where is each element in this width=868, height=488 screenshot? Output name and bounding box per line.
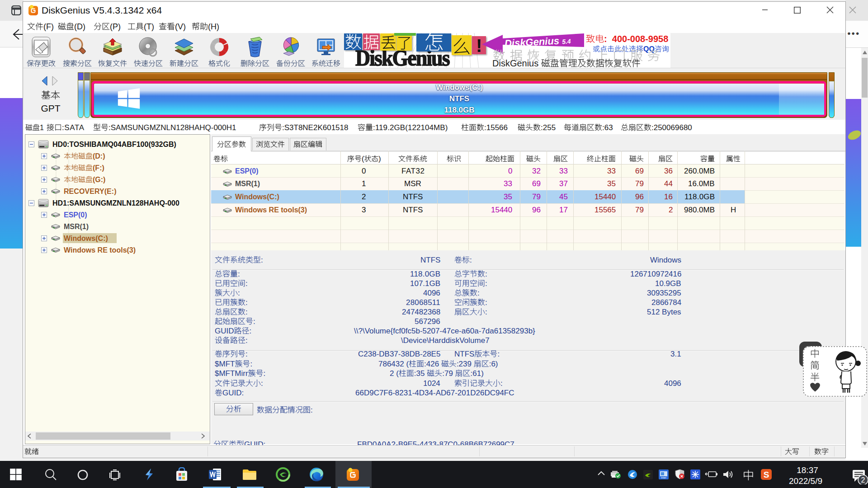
svg-text:0: 0: [362, 167, 366, 175]
svg-text:MSR(1): MSR(1): [64, 223, 89, 230]
svg-text:16: 16: [664, 192, 673, 201]
svg-text:Windows: Windows: [650, 256, 681, 264]
svg-text:2866784: 2866784: [651, 298, 681, 307]
svg-text:66D9C7F6-8231-4D34-AD67-201D26: 66D9C7F6-8231-4D34-AD67-201D26DC94FC: [355, 389, 514, 397]
svg-text:980.0MB: 980.0MB: [684, 206, 715, 214]
svg-text::: :: [485, 279, 487, 288]
svg-text:96: 96: [532, 206, 541, 214]
svg-text:Windows RE tools(3): Windows RE tools(3): [64, 246, 136, 254]
svg-text::119.2GB(122104MB): :119.2GB(122104MB): [373, 123, 448, 132]
svg-text:15565: 15565: [594, 206, 616, 214]
svg-text:28068511: 28068511: [406, 298, 440, 307]
svg-text:69: 69: [532, 179, 541, 188]
svg-text:15440: 15440: [491, 206, 512, 214]
svg-text:3.1: 3.1: [670, 350, 681, 358]
svg-text::426: :426: [424, 360, 441, 368]
svg-text:$MFT: $MFT: [215, 360, 235, 368]
svg-text:36: 36: [664, 167, 673, 175]
svg-text:(T): (T): [144, 22, 154, 31]
svg-text:ESP(0): ESP(0): [235, 167, 259, 175]
svg-text::: :: [238, 289, 240, 297]
svg-text::: :: [485, 270, 487, 278]
svg-text:118.0GB: 118.0GB: [410, 270, 440, 278]
svg-text:(D): (D): [74, 22, 85, 31]
svg-text::250069680: :250069680: [651, 123, 692, 132]
svg-text:(G:): (G:): [93, 176, 105, 183]
svg-text::: :: [477, 289, 480, 297]
svg-text::239: :239: [457, 360, 474, 368]
svg-text:33: 33: [607, 167, 616, 175]
svg-text:Windows(C:): Windows(C:): [64, 235, 108, 242]
svg-text::: :: [245, 298, 248, 307]
svg-text:GUID:: GUID:: [222, 389, 244, 397]
svg-text::: :: [261, 379, 263, 388]
svg-text:MSR: MSR: [404, 179, 421, 188]
svg-text:30935295: 30935295: [647, 289, 681, 297]
svg-text::: :: [253, 317, 255, 326]
svg-text:NTFS: NTFS: [454, 350, 474, 358]
svg-text:33: 33: [504, 179, 512, 188]
svg-text:2: 2: [669, 206, 673, 214]
svg-text::: :: [261, 256, 263, 264]
svg-text:567296: 567296: [415, 317, 440, 326]
svg-text:96: 96: [635, 192, 644, 201]
svg-text:37: 37: [559, 179, 568, 188]
svg-text::63: :63: [602, 123, 613, 132]
svg-text:C238-DB37-38DB-28E5: C238-DB37-38DB-28E5: [358, 350, 440, 358]
svg-text:HD1:SAMSUNGMZNLN128HAHQ-000: HD1:SAMSUNGMZNLN128HAHQ-000: [52, 199, 179, 207]
svg-text:$MFTMirr: $MFTMirr: [215, 369, 248, 378]
svg-text:45: 45: [559, 192, 568, 201]
svg-text:3: 3: [362, 206, 366, 214]
svg-text:HD0:TOSHIBAMQ04ABF100(932GB): HD0:TOSHIBAMQ04ABF100(932GB): [52, 141, 176, 148]
svg-text:44: 44: [664, 179, 673, 188]
svg-text:260.0MB: 260.0MB: [684, 167, 715, 175]
svg-text::: :: [245, 279, 248, 288]
svg-text:69: 69: [635, 167, 644, 175]
svg-text:(V): (V): [175, 22, 186, 31]
svg-text:16.0MB: 16.0MB: [688, 179, 715, 188]
svg-text:ESP(0): ESP(0): [64, 211, 87, 219]
svg-text::6): :6): [489, 360, 498, 368]
svg-text:79: 79: [635, 179, 644, 188]
svg-text::: :: [245, 308, 248, 316]
svg-text:H: H: [731, 206, 736, 214]
svg-text:FAT32: FAT32: [401, 167, 425, 175]
svg-text:79: 79: [635, 206, 644, 214]
svg-text:(D:): (D:): [93, 152, 105, 160]
svg-text::SATA: :SATA: [62, 123, 85, 132]
svg-text:NTFS: NTFS: [420, 256, 440, 264]
svg-text:(P): (P): [110, 22, 121, 31]
svg-text:NTFS: NTFS: [403, 206, 423, 214]
svg-text:33: 33: [559, 167, 568, 175]
svg-text:1024: 1024: [423, 379, 440, 388]
svg-text:\Device\HarddiskVolume7: \Device\HarddiskVolume7: [401, 336, 490, 345]
svg-text::: :: [485, 308, 487, 316]
svg-text:0: 0: [508, 167, 512, 175]
svg-text::79: :79: [442, 369, 455, 378]
svg-text:1: 1: [362, 179, 366, 188]
svg-text:786432 (: 786432 (: [378, 360, 409, 368]
svg-text:35: 35: [504, 192, 512, 201]
svg-text::: :: [485, 298, 487, 307]
svg-text:1: 1: [40, 124, 44, 131]
svg-text:2: 2: [362, 192, 366, 201]
svg-text::: :: [264, 369, 266, 378]
svg-text:(F:): (F:): [93, 164, 104, 172]
svg-text::255: :255: [541, 123, 556, 132]
svg-text:): ): [378, 155, 381, 163]
svg-text::: :: [470, 256, 472, 264]
svg-text:10.9GB: 10.9GB: [655, 279, 681, 288]
svg-text:35: 35: [607, 179, 616, 188]
svg-text:(F): (F): [43, 22, 54, 31]
svg-text:(H): (H): [208, 22, 219, 31]
svg-text:247482368: 247482368: [402, 308, 440, 316]
svg-text::: :: [311, 406, 313, 414]
svg-text:DiskGenius: DiskGenius: [492, 58, 541, 68]
svg-text:!: !: [476, 36, 482, 56]
svg-text:79: 79: [532, 192, 541, 201]
svg-text::: :: [245, 336, 248, 345]
svg-text:\\?\Volume{fcf0fc5b-5207-47ce-: \\?\Volume{fcf0fc5b-5207-47ce-a60a-7da61…: [354, 327, 535, 335]
svg-text:: 400-008-9958: : 400-008-9958: [604, 34, 668, 44]
svg-text:Windows(C:): Windows(C:): [235, 193, 279, 201]
svg-text::: :: [250, 327, 252, 335]
